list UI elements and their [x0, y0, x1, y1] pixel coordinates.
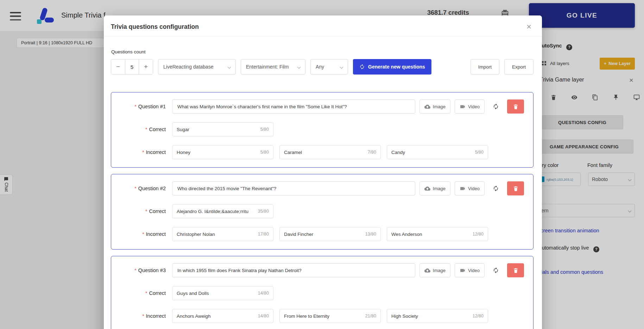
correct-label: Correct [111, 286, 166, 300]
video-upload-button[interactable]: Video [455, 263, 485, 277]
char-count: 5/80 [260, 127, 269, 132]
refresh-icon [493, 185, 499, 192]
char-count: 5/80 [260, 150, 269, 155]
incorrect-answer-input[interactable]: High Society 12/80 [387, 309, 488, 323]
trash-icon [513, 186, 519, 192]
incorrect-answer-input[interactable]: Candy 5/80 [387, 145, 488, 159]
incorrect-answer-input[interactable]: From Here to Eternity 21/80 [279, 309, 381, 323]
delete-question-button[interactable] [507, 181, 524, 195]
incorrect-label: Incorrect [111, 145, 166, 159]
modal-controls: − 5 + LiveReacting database Entertainmen… [111, 59, 533, 75]
incorrect-label: Incorrect [111, 227, 166, 241]
char-count: 7/80 [368, 150, 376, 155]
import-button[interactable]: Import [471, 59, 499, 75]
answer-value: Sugar [177, 127, 258, 132]
question-card: Question #1 What was Marilyn Monroe`s ch… [111, 92, 533, 168]
export-button[interactable]: Export [504, 59, 533, 75]
incorrect-answer-input[interactable]: Honey 5/80 [172, 145, 273, 159]
correct-answer-input[interactable]: Sugar 5/80 [172, 122, 273, 136]
chevron-down-icon [297, 65, 301, 69]
video-icon [460, 104, 466, 110]
questions-count-stepper: − 5 + [111, 59, 153, 75]
question-label: Question #3 [111, 263, 166, 277]
char-count: 21/80 [365, 314, 376, 318]
answer-value: Guys and Dolls [177, 291, 255, 296]
question-text-input[interactable]: What was Marilyn Monroe`s character's fi… [172, 99, 415, 114]
char-count: 35/80 [258, 209, 269, 214]
answer-value: Candy [391, 150, 472, 155]
app-root: Simple Trivia f 3681.7 credits GO LIVE P… [0, 0, 644, 329]
char-count: 5/80 [475, 150, 484, 155]
video-upload-button[interactable]: Video [455, 99, 485, 114]
close-icon[interactable]: × [526, 22, 531, 31]
cloud-upload-icon [424, 186, 430, 192]
regenerate-question-button[interactable] [489, 263, 503, 277]
video-icon [460, 267, 466, 273]
answer-value: David Fincher [284, 232, 362, 237]
char-count: 14/80 [258, 291, 269, 296]
decrease-count-button[interactable]: − [111, 59, 125, 74]
generate-questions-button[interactable]: Generate new questions [353, 59, 431, 75]
answer-value: Honey [177, 150, 258, 155]
image-upload-button[interactable]: Image [419, 99, 450, 114]
correct-answer-input[interactable]: Guys and Dolls 14/80 [172, 286, 273, 300]
incorrect-answer-input[interactable]: Caramel 7/80 [279, 145, 381, 159]
regenerate-question-button[interactable] [489, 181, 503, 195]
image-upload-button[interactable]: Image [419, 181, 450, 195]
chevron-down-icon [340, 65, 343, 69]
cloud-upload-icon [424, 104, 430, 110]
incorrect-label: Incorrect [111, 309, 166, 323]
cloud-upload-icon [424, 267, 430, 273]
answer-value: Wes Anderson [391, 232, 470, 237]
question-card: Question #2 Who directed the 2015 movie … [111, 174, 533, 250]
char-count: 13/80 [365, 232, 376, 237]
video-icon [460, 186, 466, 192]
char-count: 17/80 [258, 232, 269, 237]
modal-title: Trivia questions configuration [111, 23, 535, 31]
correct-label: Correct [111, 204, 166, 218]
incorrect-answer-input[interactable]: David Fincher 13/80 [279, 227, 381, 241]
answer-value: Anchors Aweigh [177, 314, 255, 319]
delete-question-button[interactable] [507, 263, 524, 277]
delete-question-button[interactable] [507, 99, 524, 114]
refresh-icon [493, 103, 499, 110]
chevron-down-icon [228, 65, 231, 69]
answer-value: Caramel [284, 150, 365, 155]
category-select[interactable]: Entertainment: Film [241, 59, 305, 75]
regenerate-question-button[interactable] [489, 99, 503, 114]
image-upload-button[interactable]: Image [419, 263, 450, 277]
questions-count-label: Questions count [111, 49, 542, 54]
difficulty-select[interactable]: Any [310, 59, 348, 75]
refresh-icon [359, 64, 365, 70]
char-count: 14/80 [258, 314, 269, 318]
trash-icon [513, 267, 519, 273]
char-count: 12/80 [473, 314, 484, 318]
trivia-config-modal: Trivia questions configuration × Questio… [104, 15, 542, 329]
video-upload-button[interactable]: Video [455, 181, 485, 195]
correct-label: Correct [111, 122, 166, 136]
question-cards: Question #1 What was Marilyn Monroe`s ch… [104, 92, 542, 329]
char-count: 12/80 [473, 232, 484, 237]
answer-value: Alejandro G. I&ntilde;&aacute;rritu [177, 209, 255, 214]
question-card: Question #3 In which 1955 film does Fran… [111, 256, 533, 329]
modal-header: Trivia questions configuration × [104, 15, 542, 37]
source-select[interactable]: LiveReacting database [158, 59, 236, 75]
incorrect-answer-input[interactable]: Anchors Aweigh 14/80 [172, 309, 273, 323]
incorrect-answer-input[interactable]: Wes Anderson 12/80 [387, 227, 488, 241]
answer-value: From Here to Eternity [284, 314, 362, 319]
increase-count-button[interactable]: + [139, 59, 153, 74]
question-text-input[interactable]: Who directed the 2015 movie "The Revenan… [172, 181, 415, 195]
answer-value: Christopher Nolan [177, 232, 255, 237]
question-text-input[interactable]: In which 1955 film does Frank Sinatra pl… [172, 263, 415, 277]
question-label: Question #2 [111, 181, 166, 195]
count-value[interactable]: 5 [125, 59, 139, 74]
correct-answer-input[interactable]: Alejandro G. I&ntilde;&aacute;rritu 35/8… [172, 204, 273, 218]
answer-value: High Society [391, 314, 470, 319]
question-label: Question #1 [111, 99, 166, 114]
trash-icon [513, 104, 519, 110]
incorrect-answer-input[interactable]: Christopher Nolan 17/80 [172, 227, 273, 241]
refresh-icon [493, 267, 499, 273]
